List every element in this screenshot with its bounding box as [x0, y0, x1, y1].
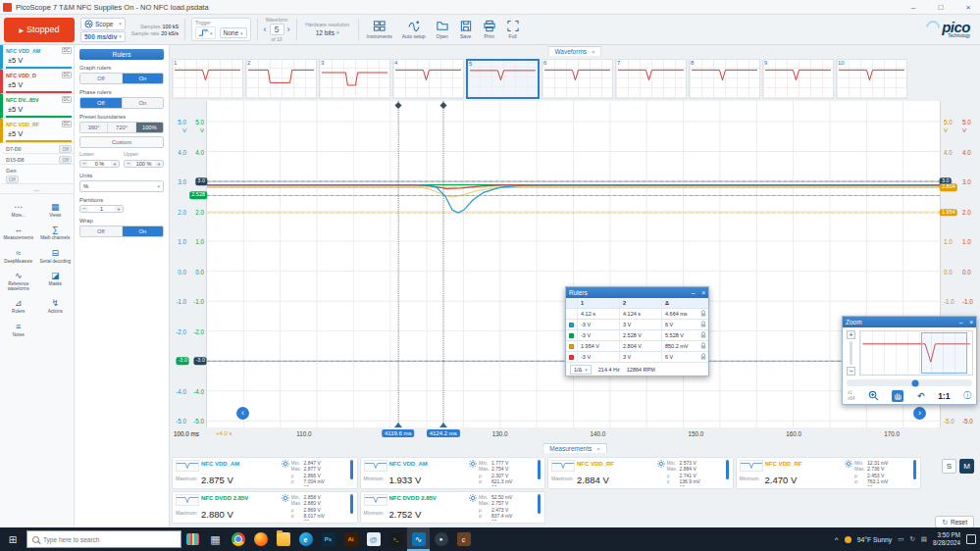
taskbar-search[interactable]: Type here to search — [26, 530, 181, 548]
ruler-value-badge[interactable]: -3.0 — [177, 358, 189, 366]
measurement-card[interactable]: NFC VDD_RF Maximum 2.884 V Min.2.573 VMa… — [547, 457, 734, 489]
partitions-stepper[interactable]: −1+ — [79, 205, 124, 213]
zoom-magnifier-button[interactable] — [868, 390, 879, 402]
wrap-off[interactable]: Off — [80, 226, 123, 236]
plus-icon[interactable]: + — [111, 161, 119, 167]
units-dropdown[interactable]: %▾ — [79, 180, 164, 192]
small-view-button[interactable]: S — [942, 459, 956, 474]
audio-meter-icon[interactable] — [186, 533, 199, 545]
rulers-popup-titlebar[interactable]: Rulers – × — [566, 287, 708, 298]
taskbar-icon-terminal[interactable]: >_ — [385, 527, 407, 551]
phase-rulers-off[interactable]: Off — [80, 98, 123, 108]
slider-handle[interactable] — [912, 379, 919, 386]
graph-rulers-on[interactable]: On — [123, 74, 164, 83]
scope-mode-dropdown[interactable]: Scope ▾ — [80, 18, 126, 30]
samples-group[interactable]: Samples100 kS Sample rate20 kS/s — [131, 24, 179, 36]
waveform-thumbnail-2[interactable]: 2 — [245, 59, 317, 99]
gear-icon[interactable] — [469, 460, 479, 473]
inverse-delta-dropdown[interactable]: 1/Δ▾ — [570, 365, 592, 375]
waveform-thumbnail-3[interactable]: 3 — [319, 59, 390, 99]
close-button[interactable]: × — [956, 0, 980, 15]
lock-icon[interactable] — [697, 321, 708, 328]
next-waveform-button[interactable]: › — [287, 25, 290, 34]
ruler-value-badge[interactable]: 1.954 — [940, 209, 957, 217]
tab-measurements[interactable]: Measurements × — [542, 443, 607, 453]
start-button[interactable]: ⊞ — [4, 534, 22, 545]
rail-tool-reference-waveforms[interactable]: ∿ Reference waveforms — [0, 271, 37, 292]
plus-icon[interactable]: + — [115, 206, 123, 212]
gear-icon[interactable] — [282, 494, 291, 507]
waveform-thumbnail-6[interactable]: 6 — [542, 59, 613, 99]
trigger-mode-dropdown[interactable]: None ▾ — [220, 27, 247, 38]
wrap-on[interactable]: On — [123, 226, 164, 236]
rail-tool-rulers[interactable]: ⊿ Rulers — [0, 298, 37, 314]
waveform-thumbnail-4[interactable]: 4 — [392, 59, 464, 99]
taskbar-icon-coffee[interactable]: c — [452, 527, 475, 551]
zoom-out-button[interactable]: − — [847, 367, 855, 376]
info-icon[interactable]: ⓘ — [963, 390, 971, 401]
waveform-thumbnail-9[interactable]: 9 — [762, 59, 834, 99]
generator-button[interactable]: Gen Off — [0, 165, 74, 184]
tray-icon-display[interactable]: ▭ — [898, 535, 903, 543]
taskbar-icon-mail[interactable]: @ — [362, 527, 385, 551]
stats-scrollbar[interactable] — [538, 494, 541, 514]
gear-icon[interactable] — [657, 460, 667, 473]
rail-tool-notes[interactable]: ≡ Notes — [0, 322, 37, 337]
lock-icon[interactable] — [697, 310, 708, 318]
ruler-value-badge[interactable]: 3.0 — [195, 177, 207, 185]
taskbar-icon-chrome[interactable] — [227, 527, 249, 551]
close-icon[interactable]: × — [969, 319, 973, 326]
tray-icon-sync[interactable]: ↻ — [909, 535, 914, 543]
tray-icon-list[interactable]: ▤ — [921, 535, 927, 543]
taskbar-icon-folder[interactable] — [272, 527, 294, 551]
open-button[interactable]: Open — [434, 20, 451, 39]
lock-icon[interactable] — [697, 342, 708, 350]
custom-button[interactable]: Custom — [79, 136, 164, 148]
prev-waveform-button[interactable]: ‹ — [264, 25, 267, 34]
preset-360-button[interactable]: 360° — [80, 123, 108, 132]
close-icon[interactable]: × — [701, 289, 705, 296]
ruler-value-badge[interactable]: 2.528 — [189, 192, 207, 200]
scroll-right-button[interactable]: › — [913, 407, 926, 420]
gear-icon[interactable] — [845, 460, 854, 473]
rail-tool-views[interactable]: ▦ Views — [37, 202, 75, 218]
plot-area[interactable]: ‹ › 3.03.02.5282.8041.954-3.0-3.0 — [206, 101, 941, 427]
taskbar-icon-edge[interactable]: e — [294, 527, 317, 551]
channel-button[interactable]: NFC VDD_AMDC ±5 V — [0, 45, 74, 70]
zoom-overview[interactable] — [859, 330, 973, 376]
save-button[interactable]: Save — [457, 20, 475, 39]
stats-scrollbar[interactable] — [350, 494, 353, 514]
zoom-vertical-slider[interactable]: + − — [846, 330, 856, 376]
time-ruler-handle[interactable] — [394, 423, 402, 427]
plus-icon[interactable]: + — [155, 161, 163, 167]
lower-stepper[interactable]: −0 %+ — [79, 160, 120, 168]
stats-scrollbar[interactable] — [538, 460, 541, 479]
rail-tool-actions[interactable]: ↯ Actions — [37, 298, 75, 314]
timebase-dropdown[interactable]: 500 ms/div ▾ — [80, 31, 126, 42]
lock-icon[interactable] — [697, 353, 708, 361]
trigger-type-button[interactable]: ▾ — [195, 26, 216, 39]
zoom-popup-titlebar[interactable]: Zoom – × — [843, 317, 976, 327]
waveform-thumbnail-10[interactable]: 10 — [836, 59, 907, 99]
channels-more-button[interactable]: ... — [0, 184, 74, 194]
time-ruler-badge[interactable]: 4124.2 ms — [427, 429, 460, 437]
taskbar-icon-obs[interactable]: ● — [430, 527, 452, 551]
time-ruler-badge[interactable]: 4119.6 ms — [382, 429, 415, 437]
rail-tool-math-channels[interactable]: ∑ Math channels — [37, 225, 75, 240]
rail-tool-deepmeasure[interactable]: ≈ DeepMeasure — [0, 248, 37, 264]
pan-hand-button[interactable] — [892, 390, 903, 402]
digital-channel-button[interactable]: D15-D8Off — [0, 154, 74, 165]
preset-720-button[interactable]: 720° — [108, 123, 135, 132]
rail-tool-serial-decoding[interactable]: ⊟ Serial decoding — [37, 248, 75, 264]
tab-waveforms[interactable]: Waveforms × — [547, 46, 601, 56]
measurement-card[interactable]: NFC DVDD 2.85V Minimum 2.752 V Min.52.50… — [360, 491, 546, 524]
medium-view-button[interactable]: M — [959, 459, 974, 474]
zoom-ratio-button[interactable]: 1:1 — [938, 391, 950, 401]
stats-scrollbar[interactable] — [350, 460, 353, 479]
lock-icon[interactable] — [697, 331, 708, 339]
minimize-icon[interactable]: – — [692, 289, 696, 296]
minus-icon[interactable]: − — [125, 161, 132, 167]
minimize-button[interactable]: – — [902, 0, 925, 15]
zoom-horizontal-slider[interactable] — [847, 379, 972, 386]
weather-text[interactable]: 94°F Sunny — [857, 536, 893, 543]
